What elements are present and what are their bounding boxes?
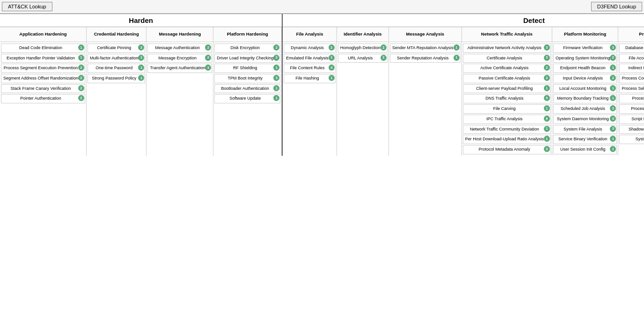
card-item[interactable]: Strong Password Policy1 — [88, 74, 146, 83]
card-item[interactable]: Process Lineage Analysis13 — [619, 104, 644, 114]
card-item[interactable]: Exception Handler Pointer Validation1 — [1, 54, 85, 63]
card-badge: 2 — [610, 55, 616, 61]
card-item[interactable]: One-time Password1 — [88, 64, 146, 73]
card-item[interactable]: Software Update1 — [214, 94, 280, 103]
card-badge: 2 — [273, 44, 279, 51]
col-header-platform-hardening: Platform Hardening — [213, 27, 281, 42]
card-badge: 1 — [329, 55, 335, 61]
card-item[interactable]: Homoglyph Detection2 — [338, 44, 388, 53]
col-header-platform-monitoring: Platform Monitoring — [552, 27, 618, 42]
card-badge: 1 — [610, 146, 616, 152]
card-item[interactable]: File Hashing1 — [284, 74, 336, 83]
section-title-detect: Detect — [283, 14, 644, 27]
card-item[interactable]: IPC Traffic Analysis6 — [463, 115, 551, 124]
col-header-msg-hardening: Message Hardening — [146, 27, 213, 42]
card-item[interactable]: Database Query String Analysis2 — [619, 44, 644, 53]
col-process-analysis: Process AnalysisDatabase Query String An… — [618, 27, 644, 156]
card-item[interactable]: Firmware Verification3 — [553, 44, 617, 53]
col-header-cred-hardening: Credential Hardening — [87, 27, 146, 42]
card-item[interactable]: System Call Analysis5 — [619, 135, 644, 144]
card-item[interactable]: Local Account Monitoring1 — [553, 84, 617, 94]
col-cred-hardening: Credential HardeningCertificate Pinning2… — [87, 27, 147, 156]
card-badge: 3 — [544, 55, 550, 61]
card-item[interactable]: Memory Boundary Tracking1 — [553, 94, 617, 103]
card-badge: 1 — [610, 85, 616, 91]
card-badge: 1 — [454, 55, 460, 61]
card-badge: 2 — [78, 85, 84, 91]
card-item[interactable]: Passive Certificate Analysis2 — [463, 74, 551, 83]
col-header-process-analysis: Process Analysis — [618, 27, 644, 42]
card-item[interactable]: Pointer Authentication2 — [1, 94, 85, 103]
card-item[interactable]: File Access Pattern Analysis2 — [619, 54, 644, 63]
card-item[interactable]: Transfer Agent Authentication3 — [147, 64, 212, 73]
card-item[interactable]: Driver Load Integrity Checking2 — [214, 54, 280, 63]
card-badge: 2 — [329, 44, 335, 51]
card-item[interactable]: Message Encryption2 — [147, 54, 212, 63]
card-badge: 1 — [273, 65, 279, 71]
card-item[interactable]: Sender Reputation Analysis1 — [390, 54, 461, 63]
attck-lookup-button[interactable]: ATT&CK Lookup — [2, 2, 52, 11]
card-item[interactable]: Protocol Metadata Anomaly3 — [463, 145, 551, 154]
card-item[interactable]: Emulated File Analysis1 — [284, 54, 336, 63]
col-header-nta: Network Traffic Analysis — [462, 27, 552, 42]
card-badge: 3 — [544, 146, 550, 152]
card-item[interactable]: Segment Address Offset Randomization2 — [1, 74, 85, 83]
card-item[interactable]: Certificate Pinning2 — [88, 44, 146, 53]
card-item[interactable]: Process Spawn Analysis15 — [619, 94, 644, 103]
card-item[interactable]: File Content Rules4 — [284, 64, 336, 73]
d3fend-lookup-button[interactable]: D3FEND Lookup — [591, 2, 642, 11]
card-item[interactable]: Disk Encryption2 — [214, 44, 280, 53]
card-item[interactable]: Indirect Branch Call Analysis1 — [619, 64, 644, 73]
col-header-msg-analysis: Message Analysis — [389, 27, 461, 42]
card-badge: 1 — [273, 85, 279, 91]
card-item[interactable]: Per Host Download-Upload Ratio Analysis1 — [463, 135, 551, 144]
card-badge: 3 — [544, 44, 550, 51]
card-badge: 3 — [610, 44, 616, 51]
card-item[interactable]: Shadow Stack Comparisons5 — [619, 125, 644, 134]
card-item[interactable]: Multi-factor Authentication1 — [88, 54, 146, 63]
col-header-app-hardening: Application Hardening — [0, 27, 86, 42]
card-item[interactable]: Active Certificate Analysis2 — [463, 64, 551, 73]
card-item[interactable]: Stack Frame Canary Verification2 — [1, 84, 85, 94]
card-item[interactable]: Certificate Analysis3 — [463, 54, 551, 63]
card-item[interactable]: Administrative Network Activity Analysis… — [463, 44, 551, 53]
card-item[interactable]: Process Code Segment Verification6 — [619, 74, 644, 83]
card-item[interactable]: Operating System Monitoring2 — [553, 54, 617, 63]
cards-list-file-analysis: Dynamic Analysis2Emulated File Analysis1… — [283, 42, 337, 85]
card-item[interactable]: TPM Boot Integrity3 — [214, 74, 280, 83]
card-item[interactable]: Bootloader Authentication1 — [214, 84, 280, 94]
card-item[interactable]: Input Device Analysis2 — [553, 74, 617, 83]
card-item[interactable]: Process Segment Execution Prevention2 — [1, 64, 85, 73]
card-badge: 2 — [138, 44, 144, 51]
card-item[interactable]: DNS Traffic Analysis5 — [463, 94, 551, 103]
card-item[interactable]: Script Execution Analysis1 — [619, 115, 644, 124]
card-item[interactable]: File Carving1 — [463, 104, 551, 114]
col-msg-analysis: Message AnalysisSender MTA Reputation An… — [389, 27, 462, 156]
card-item[interactable]: System Daemon Monitoring3 — [553, 115, 617, 124]
card-item[interactable]: Scheduled Job Analysis3 — [553, 104, 617, 114]
card-item[interactable]: Endpoint Health Beacon1 — [553, 64, 617, 73]
col-nta: Network Traffic AnalysisAdministrative N… — [462, 27, 552, 156]
card-item[interactable]: System File Analysis3 — [553, 125, 617, 134]
card-item[interactable]: Network Traffic Community Deviation1 — [463, 125, 551, 134]
card-item[interactable]: Service Binary Verification1 — [553, 135, 617, 144]
cols-row-detect: File AnalysisDynamic Analysis2Emulated F… — [283, 27, 644, 156]
col-identifier-analysis: Identifier AnalysisHomoglyph Detection2U… — [337, 27, 389, 156]
cards-list-identifier-analysis: Homoglyph Detection2URL Analysis2 — [337, 42, 388, 64]
card-item[interactable]: Client-server Payload Profiling1 — [463, 84, 551, 94]
card-item[interactable]: URL Analysis2 — [338, 54, 388, 63]
card-badge: 3 — [273, 75, 279, 81]
card-item[interactable]: User Session Init Config1 — [553, 145, 617, 154]
col-app-hardening: Application HardeningDead Code Eliminati… — [0, 27, 87, 156]
card-item[interactable]: Process Self-Modification Detection1 — [619, 84, 644, 94]
card-badge: 3 — [610, 105, 616, 111]
card-item[interactable]: Dynamic Analysis2 — [284, 44, 336, 53]
card-badge: 2 — [544, 65, 550, 71]
card-badge: 1 — [78, 55, 84, 61]
card-item[interactable]: Message Authentication2 — [147, 44, 212, 53]
cards-list-platform-monitoring: Firmware Verification3Operating System M… — [552, 42, 618, 156]
card-item[interactable]: Sender MTA Reputation Analysis1 — [390, 44, 461, 53]
card-item[interactable]: Dead Code Elimination1 — [1, 44, 85, 53]
card-badge: 2 — [78, 95, 84, 101]
card-item[interactable]: RF Shielding1 — [214, 64, 280, 73]
